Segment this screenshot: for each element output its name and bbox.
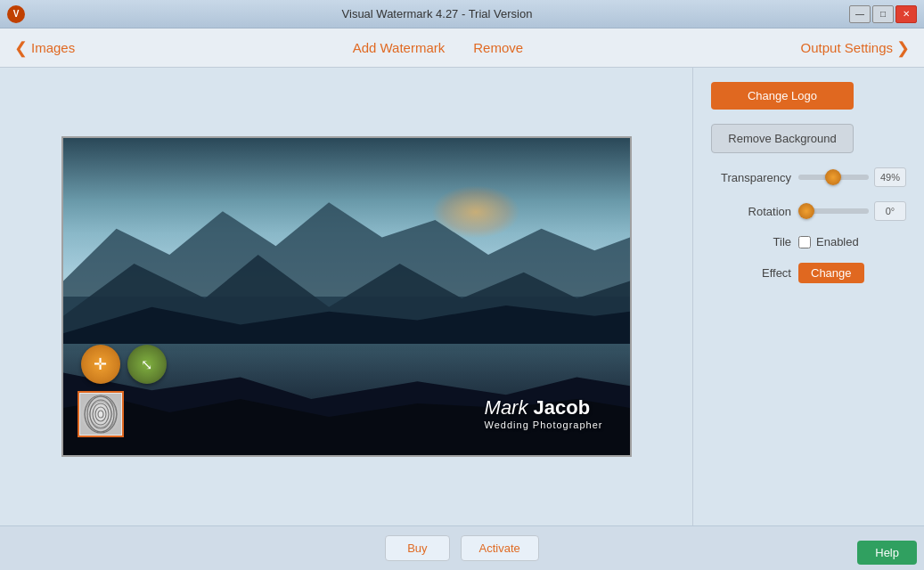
resize-icon: ⤡ xyxy=(141,356,152,373)
watermark-text-container: Mark Jacob Wedding Photographer xyxy=(485,396,603,430)
logo-thumbnail[interactable] xyxy=(78,391,124,437)
effect-change-button[interactable]: Change xyxy=(798,263,864,283)
title-bar: V Visual Watermark 4.27 - Trial Version … xyxy=(0,0,924,28)
watermark-subtitle: Wedding Photographer xyxy=(485,419,603,430)
watermark-first-name: Mark xyxy=(485,396,528,419)
move-icon: ✛ xyxy=(94,354,107,374)
rotation-row: Rotation 0° xyxy=(711,201,906,221)
app-logo: V xyxy=(7,5,25,23)
effect-label: Effect xyxy=(711,266,791,280)
tile-checkbox[interactable] xyxy=(798,236,811,248)
transparency-slider-container: 49% xyxy=(798,167,906,187)
nav-bar: ❮ Images Add Watermark Remove Output Set… xyxy=(0,28,924,68)
output-settings-nav[interactable]: Output Settings ❯ xyxy=(801,38,910,58)
transparency-row: Transparency 49% xyxy=(711,167,906,187)
mountain-svg xyxy=(63,176,630,351)
rotation-value: 0° xyxy=(874,201,906,221)
move-handle[interactable]: ✛ xyxy=(81,345,120,384)
back-nav-label: Images xyxy=(31,40,75,55)
rotation-slider[interactable] xyxy=(798,208,869,214)
back-chevron-icon: ❮ xyxy=(14,38,28,58)
rotation-label: Rotation xyxy=(711,205,791,218)
add-watermark-nav[interactable]: Add Watermark xyxy=(353,40,446,55)
back-nav[interactable]: ❮ Images xyxy=(14,38,75,58)
window-controls: — □ ✕ xyxy=(849,5,917,23)
help-button[interactable]: Help xyxy=(857,541,917,565)
remove-background-button[interactable]: Remove Background xyxy=(711,124,854,153)
tile-checkbox-container: Enabled xyxy=(798,235,859,248)
change-logo-button[interactable]: Change Logo xyxy=(711,82,854,110)
main-content: Mark Jacob Wedding Photographer ✛ ⤡ xyxy=(0,68,924,525)
maximize-button[interactable]: □ xyxy=(872,5,894,23)
watermark-name: Mark Jacob xyxy=(485,396,603,419)
effect-row: Effect Change xyxy=(711,263,906,283)
transparency-slider[interactable] xyxy=(798,175,869,180)
transparency-value: 49% xyxy=(874,167,906,187)
logo-svg xyxy=(80,394,121,435)
nav-center: Add Watermark Remove xyxy=(75,40,800,55)
window-title: Visual Watermark 4.27 - Trial Version xyxy=(25,7,849,20)
output-settings-label: Output Settings xyxy=(801,40,893,55)
controls-panel: Change Logo Remove Background Transparen… xyxy=(692,68,924,525)
minimize-button[interactable]: — xyxy=(849,5,871,23)
transparency-label: Transparency xyxy=(711,171,791,184)
tile-row: Tile Enabled xyxy=(711,235,906,248)
image-panel: Mark Jacob Wedding Photographer ✛ ⤡ xyxy=(0,68,692,525)
activate-button[interactable]: Activate xyxy=(461,535,539,561)
bottom-bar: Buy Activate Help xyxy=(0,525,924,570)
close-button[interactable]: ✕ xyxy=(895,5,917,23)
tile-label: Tile xyxy=(711,235,791,248)
tile-enabled-label[interactable]: Enabled xyxy=(816,235,859,248)
resize-handle[interactable]: ⤡ xyxy=(127,345,167,384)
image-container: Mark Jacob Wedding Photographer ✛ ⤡ xyxy=(61,136,632,457)
rotation-slider-container: 0° xyxy=(798,201,906,221)
remove-nav[interactable]: Remove xyxy=(473,40,523,55)
forward-chevron-icon: ❯ xyxy=(896,38,910,58)
buy-button[interactable]: Buy xyxy=(385,535,449,561)
watermark-last-name: Jacob xyxy=(527,396,590,419)
